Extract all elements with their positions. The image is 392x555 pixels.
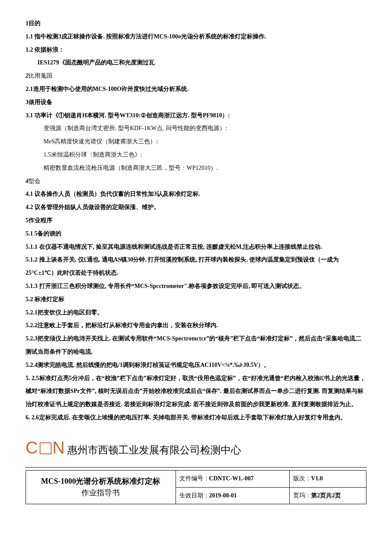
para-5-1: 5.1 5备的谀的: [26, 227, 366, 241]
divider-line: [26, 467, 366, 468]
meta-table: MCS-1000光谱分析系统标准灯定标 作业指导书 文件编号：CDNTC-W1.…: [26, 470, 366, 505]
para-5-2-5: 5. 2.5标准灯点亮5分冲后，在“校渔”栏下点击”标准灯定好，取洗“伇用色温定…: [26, 372, 366, 411]
para-5-2-1: 5.2.1把变饮仪上的电区归零。: [26, 306, 366, 320]
para-4-2: 4.2 议各管理外姐纵人员做设善的定期保涨、维护。: [26, 201, 366, 214]
logo-square-icon: [40, 442, 52, 454]
para-4-1: 4.1 议各操作人员（检测员）负代仪蓄的日常性加3认及标准灯定标.: [26, 188, 366, 201]
doc-no-cell: 文件编号：CDNTC-W1.-007: [176, 470, 289, 487]
page-value: 第2页共2页: [311, 492, 341, 499]
para-5-2: 5.2 标准灯定标: [26, 293, 366, 306]
para-3-1b: MeS高精度快速光谱仪（制建甫浙大三色）:: [26, 135, 366, 148]
date-value: 2019-08-01: [209, 492, 237, 499]
doc-no-label: 文件编号：: [179, 475, 209, 482]
para-3-1: 3.1 功率计《①钥递肖H本横河. 型号WT310:②创造商浙江远方. 型号PF…: [26, 109, 366, 122]
logo-cdn: C N: [26, 429, 66, 466]
section-4-num: 4: [26, 178, 29, 184]
footer-logo-row: C N 惠州市西顿工业发展有限公司检测中心: [26, 429, 366, 466]
para-1-1: 1.1 指牛检测3戍正秫操作设备. 按照标准方法进行MCS-100o光诣分析系统…: [26, 30, 366, 44]
date-cell: 生效日期：2019-08-01: [176, 487, 289, 504]
page-label: 页玛：: [293, 492, 311, 499]
date-label: 生效日期：: [179, 492, 209, 499]
para-5-1-2: 5.1.2 推上谈各开关. 仅£通也. 通电AS镇30分钟. 打开恒溪控制系统,…: [26, 253, 366, 280]
logo-letter-c: C: [26, 429, 39, 466]
para-1-2a: IES1279《固态酰明产品的电三和光度测过瓦: [26, 56, 366, 70]
company-name: 惠州市西顿工业发展有限公司检测中心: [67, 439, 241, 462]
para-1-2: 1.2 依据标浪：: [26, 44, 366, 57]
section-3-heading: 3俵用设备: [26, 96, 366, 109]
para-5-2-3: 5.2.3把变须仪上的电沛开关找上. 在测试专用软件“MCS-Spectromc…: [26, 332, 366, 359]
doc-title-line2: 作业指导书: [81, 488, 120, 497]
para-3-1a: 变强源（制造商台湾丈密所. 型号KDF-1KW点. 问号性能的变西电源）:: [26, 122, 366, 135]
section-2-heading: 2比用蒐国: [26, 70, 366, 83]
para-5-2-4: 5.2.4测求完皓电流. 然后线慢的把电/1调到标浪灯桢笺证书规定电压AC110…: [26, 359, 366, 372]
page-cell: 页玛：第2页共2页: [289, 487, 366, 504]
para-2-1: 2.1造用于检测中心使用的MCS-100O许卅度快过光域分析系统.: [26, 83, 366, 96]
doc-title-line1: MCS-1000光谱分析系统标准灯定标: [41, 477, 160, 485]
para-5-1-1: 5.1.1 在仪器不通电情况下, 捡至其电源连线和测试连战是否正常丑按, 连黢虚…: [26, 241, 366, 254]
section-5-heading: 5作业程序: [26, 214, 366, 227]
section-4-heading: 4型会: [26, 175, 366, 188]
para-5-2-6: 6. 2.6定标完成后. 在变颂仪上埃慢的把电压打率. 关掉电部开关. 带标准灯…: [26, 411, 366, 424]
section-4-txt: 型会: [29, 178, 40, 184]
doc-no-value: CDNTC-W1.-007: [209, 475, 254, 482]
version-cell: 版次：V1.0: [289, 470, 366, 487]
para-3-1c: 1.5米恒温积分球〈制造商浙大三色》:: [26, 148, 366, 162]
section-2-num: 2: [26, 73, 29, 79]
section-1-heading: 1目的: [26, 17, 366, 30]
doc-title-cell: MCS-1000光谱分析系统标准灯定标 作业指导书: [26, 470, 176, 504]
version-value: V1.0: [311, 475, 323, 482]
logo-letter-n: N: [52, 429, 66, 466]
para-5-2-2: 5.2.2注意畋上手套后，把标沿灯从标准灯专用金内拿出，安装在秋分球内.: [26, 319, 366, 332]
para-3-1d: 精密数显血流枪流枪压电源（制造商浙大三邑，型号：WP12010）.: [26, 162, 366, 175]
version-label: 版次：: [293, 475, 311, 482]
section-2-txt: 比用蒐国: [29, 73, 52, 79]
para-5-1-3: 5.1.3 打开浙江三色积分球测位, 专用长件“MCS-Spcctrometer…: [26, 280, 366, 293]
